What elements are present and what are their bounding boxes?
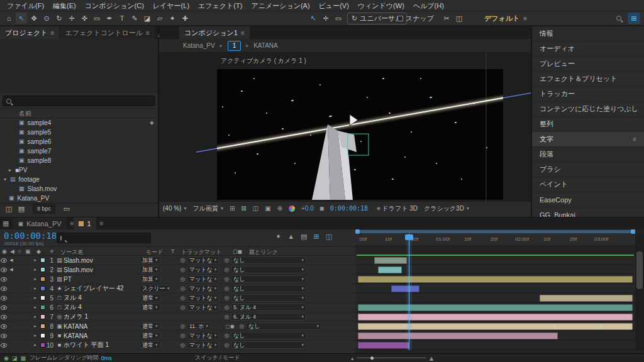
timeline-tab-1[interactable]: 1: [74, 217, 96, 229]
layer-expander[interactable]: ▸: [31, 312, 39, 322]
layer-name[interactable]: ヌル 4: [64, 293, 140, 303]
blend-mode-dropdown[interactable]: 通常▾: [140, 294, 160, 302]
eye-icon[interactable]: [1, 268, 7, 272]
keyframe-diamond[interactable]: ◆: [403, 324, 406, 329]
menu-item[interactable]: ウィンドウ(W): [353, 0, 409, 11]
magnification-dropdown[interactable]: (40 %)▾: [163, 205, 186, 212]
layer-name[interactable]: ホワイト 平面 1: [64, 341, 140, 350]
parent-pickwhip-icon[interactable]: ◎: [225, 285, 230, 292]
nav-prev-comp[interactable]: Katana_PV: [183, 42, 215, 49]
panel-tab[interactable]: 情報: [532, 26, 644, 41]
menu-item[interactable]: レイヤー(L): [148, 0, 194, 11]
timeline-graph[interactable]: :00f 10f 20f 01:00f 10f 20f 02:00f 10f 2…: [355, 229, 644, 353]
layer-row[interactable]: ▸ 6 □ ヌル 4 通常▾ ◎ マットな▾ ◎ 5. ヌル 4▾: [0, 303, 355, 312]
panel-tab[interactable]: コンテンツに応じた塗りつぶし: [532, 102, 644, 117]
tool-button[interactable]: ⌂: [3, 13, 14, 24]
timeline-search-input[interactable]: [65, 234, 148, 241]
keyframe-diamond[interactable]: ◆: [599, 324, 602, 329]
layer-expander[interactable]: ▸: [31, 256, 39, 265]
parent-pickwhip-icon[interactable]: ◎: [225, 342, 230, 348]
layer-expander[interactable]: ▸: [31, 284, 39, 293]
matte-pickwhip-icon[interactable]: ◎: [180, 304, 186, 310]
renderer-dropdown[interactable]: クラシック3D▾: [424, 204, 469, 213]
parent-pickwhip-icon[interactable]: ◎: [225, 257, 230, 263]
layer-duration-bar[interactable]: [358, 314, 633, 321]
project-search-box[interactable]: [3, 96, 155, 106]
footer-button[interactable]: ◫: [3, 204, 14, 215]
panel-tab[interactable]: プレビュー: [532, 57, 644, 72]
track-matte-dropdown[interactable]: マットな▾: [187, 275, 219, 283]
channel-color-icon[interactable]: [289, 206, 295, 212]
nav-current-comp[interactable]: 1: [228, 41, 242, 51]
track-matte-dropdown[interactable]: マットな▾: [187, 304, 219, 311]
matte-option-icons[interactable]: ◻◼: [223, 322, 238, 331]
layer-name[interactable]: シェイプレイヤー 42: [64, 284, 140, 293]
panel-tab[interactable]: EaseCopy: [532, 192, 644, 207]
time-ruler[interactable]: :00f 10f 20f 01:00f 10f 20f 02:00f 10f 2…: [355, 234, 635, 246]
eye-icon[interactable]: [1, 324, 7, 329]
track-matte-dropdown[interactable]: マットな▾: [187, 285, 219, 292]
project-search-input[interactable]: [14, 97, 152, 104]
timeline-option-button[interactable]: ▲: [287, 233, 294, 241]
project-item[interactable]: ▣ Katana_PV: [0, 194, 158, 203]
col-trkmat-t[interactable]: T: [171, 248, 175, 255]
label-color-chip[interactable]: [40, 258, 45, 263]
layer-row[interactable]: ▸ 5 □ ヌル 4 通常▾ ◎ マットな▾ ◎ なし▾: [0, 293, 355, 303]
zoom-slider-knob[interactable]: ◆: [370, 355, 374, 361]
timeline-tab-katana-pv[interactable]: ▣ Katana_PV: [13, 217, 66, 229]
tool-button[interactable]: ✂: [441, 13, 452, 24]
snap-checkbox[interactable]: [397, 16, 403, 21]
tab-effect-controls[interactable]: エフェクトコントロール ≡: [60, 26, 154, 39]
eye-icon[interactable]: [1, 343, 7, 348]
footer-button[interactable]: ▤: [16, 204, 27, 215]
tool-button[interactable]: ✛: [320, 13, 331, 24]
panel-tab[interactable]: ペイント: [532, 177, 644, 192]
workspace-dropdown[interactable]: デフォルト ≡: [484, 14, 527, 23]
audio-icon[interactable]: ◀: [9, 267, 13, 272]
eye-icon[interactable]: [1, 315, 7, 319]
timeline-option-button[interactable]: ▤: [301, 233, 307, 241]
panel-tab[interactable]: 整列: [532, 117, 644, 132]
project-name-column-header[interactable]: 名前: [0, 108, 158, 118]
layer-expander[interactable]: ▸: [31, 331, 39, 341]
blend-mode-dropdown[interactable]: 通常▾: [140, 332, 160, 339]
layer-duration-bar[interactable]: [540, 295, 633, 302]
matte-pickwhip-icon[interactable]: ◎: [180, 266, 186, 273]
tool-button[interactable]: ⊙: [41, 13, 52, 24]
current-timecode[interactable]: 0:00:00:18: [4, 231, 57, 241]
blend-mode-dropdown[interactable]: 加算▾: [140, 256, 160, 264]
tool-button[interactable]: ✛: [66, 13, 77, 24]
menu-item[interactable]: ファイル(F): [3, 0, 48, 11]
matte-pickwhip-icon[interactable]: ◎: [180, 257, 186, 263]
eye-icon[interactable]: [1, 277, 7, 282]
panel-tab[interactable]: 段落: [532, 147, 644, 162]
panel-tab[interactable]: オーディオ: [532, 41, 644, 57]
layer-expander[interactable]: ▸: [31, 275, 39, 284]
layer-duration-bar[interactable]: [378, 266, 402, 273]
layer-name[interactable]: Slash.mov: [64, 256, 140, 265]
parent-dropdown[interactable]: なし▾: [231, 341, 306, 349]
current-time-indicator[interactable]: [409, 234, 409, 350]
timeline-option-button[interactable]: ⊞: [314, 233, 319, 241]
parent-pickwhip-icon[interactable]: ◎: [225, 295, 230, 301]
menu-item[interactable]: エフェクト(T): [194, 0, 247, 11]
label-color-chip[interactable]: [40, 343, 45, 348]
parent-dropdown[interactable]: なし▾: [231, 266, 306, 273]
layer-duration-bar[interactable]: [358, 323, 633, 330]
layer-row[interactable]: ▸ 8 ▣ KATANA 通常▾ ◎ 11. ホ▾ ◻◼ ◎ なし▾: [0, 322, 355, 331]
layer-row[interactable]: ▸ 9 ■ KATANA 通常▾ ◎ マットな▾ ◎ なし▾: [0, 331, 355, 341]
layer-row[interactable]: ▸ 4 ★ シェイプレイヤー 42 スクリー▾ ◎ マットな▾ ◎ なし▾: [0, 284, 355, 293]
viewer-option-button[interactable]: ▣: [265, 205, 270, 212]
eye-icon[interactable]: [1, 258, 7, 263]
layer-name[interactable]: ヌル 4: [64, 303, 140, 312]
parent-dropdown[interactable]: 5. ヌル 4▾: [231, 304, 306, 311]
expander-icon[interactable]: ▾: [4, 177, 10, 182]
layer-duration-bar[interactable]: [374, 257, 407, 264]
eye-icon[interactable]: [1, 334, 7, 338]
scrollbar-thumb[interactable]: [357, 230, 633, 233]
snapshot-camera-button[interactable]: ◙: [320, 205, 324, 212]
timeline-search-box[interactable]: [57, 233, 151, 243]
tool-button[interactable]: ◫: [453, 13, 465, 24]
tool-button[interactable]: ▭: [91, 13, 103, 24]
expander-icon[interactable]: ▸: [9, 167, 15, 173]
